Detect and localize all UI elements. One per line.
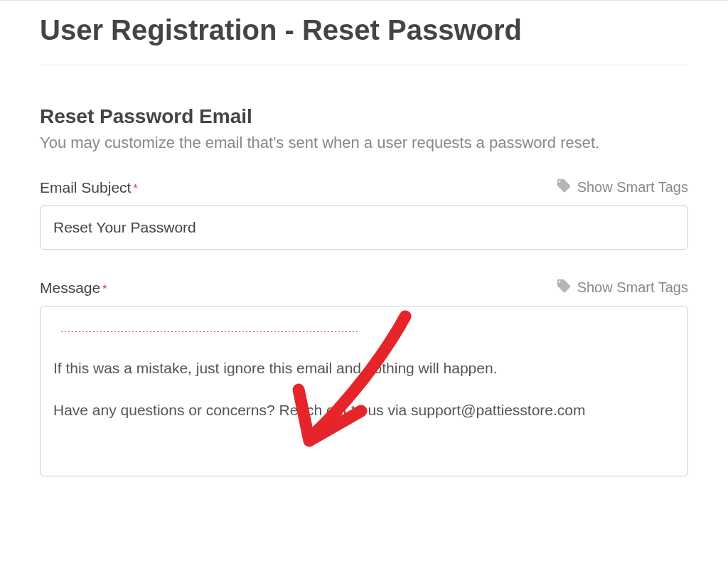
show-smart-tags-button[interactable]: Show Smart Tags	[556, 178, 688, 197]
main-container: User Registration - Reset Password Reset…	[0, 12, 728, 476]
required-indicator: *	[133, 183, 137, 195]
top-divider	[0, 0, 728, 1]
tag-icon	[556, 178, 572, 197]
show-smart-tags-label: Show Smart Tags	[577, 179, 688, 196]
page-title: User Registration - Reset Password	[40, 12, 688, 48]
email-subject-label: Email Subject	[40, 179, 131, 196]
section-title: Reset Password Email	[40, 105, 688, 128]
message-textarea[interactable]: If this was a mistake, just ignore this …	[40, 306, 688, 476]
message-truncated-tag	[60, 322, 359, 332]
email-subject-input[interactable]	[40, 205, 688, 250]
section-description: You may customize the email that's sent …	[40, 134, 688, 152]
message-label: Message	[40, 279, 100, 296]
header-divider	[40, 65, 688, 65]
required-indicator: *	[102, 283, 107, 295]
show-smart-tags-label: Show Smart Tags	[577, 279, 688, 296]
email-subject-row: Email Subject* Show Smart Tags	[40, 178, 688, 197]
message-line-1: If this was a mistake, just ignore this …	[53, 358, 675, 379]
tag-icon	[556, 278, 572, 297]
show-smart-tags-button[interactable]: Show Smart Tags	[556, 278, 688, 297]
message-line-2: Have any questions or concerns? Reach ou…	[53, 400, 675, 421]
message-row: Message* Show Smart Tags	[40, 278, 688, 297]
